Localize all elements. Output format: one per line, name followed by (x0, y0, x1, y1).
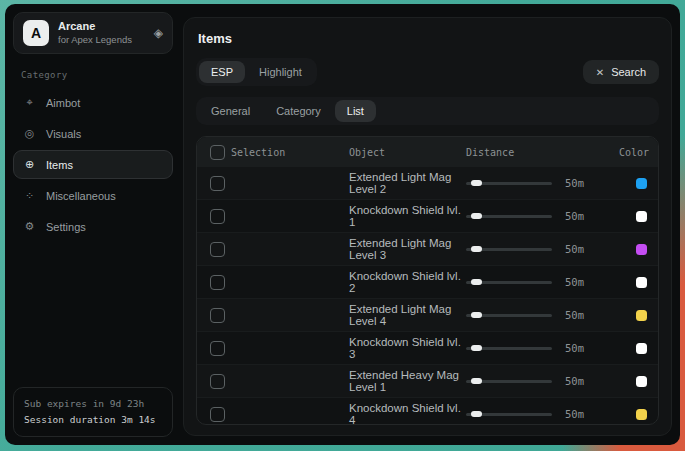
search-button-label: Search (611, 66, 646, 78)
distance-slider[interactable] (466, 413, 552, 416)
header-distance: Distance (466, 147, 618, 158)
table-row: Knockdown Shield lvl. 350m (197, 331, 658, 364)
row-checkbox[interactable] (210, 341, 225, 356)
subtab-general[interactable]: General (199, 100, 262, 122)
main-panel: Items ESPHighlight ✕ Search GeneralCateg… (183, 17, 672, 436)
category-label: Category (21, 70, 173, 80)
slider-thumb[interactable] (471, 345, 482, 351)
app-logo-card: A Arcane for Apex Legends ◈ (13, 12, 173, 54)
search-button[interactable]: ✕ Search (583, 60, 659, 84)
view-subtabs: GeneralCategoryList (196, 97, 659, 125)
page-title: Items (198, 31, 659, 46)
table-row: Extended Light Mag Level 350m (197, 232, 658, 265)
session-duration-text: Session duration 3m 14s (24, 412, 162, 428)
color-swatch[interactable] (636, 211, 647, 222)
slider-thumb[interactable] (471, 279, 482, 285)
select-all-checkbox[interactable] (210, 145, 225, 160)
slider-thumb[interactable] (471, 246, 482, 252)
sidebar-item-miscellaneous[interactable]: ⁘Miscellaneous (13, 181, 173, 210)
object-name: Extended Heavy Mag Level 1 (349, 369, 466, 393)
row-checkbox[interactable] (210, 209, 225, 224)
distance-slider[interactable] (466, 314, 552, 317)
tab-highlight[interactable]: Highlight (247, 61, 314, 83)
sidebar-item-aimbot[interactable]: ⌖Aimbot (13, 88, 173, 117)
distance-value: 50m (565, 309, 584, 321)
header-object: Object (349, 147, 466, 158)
row-checkbox[interactable] (210, 176, 225, 191)
subtab-category[interactable]: Category (264, 100, 333, 122)
table-header-row: Selection Object Distance Color (197, 137, 658, 167)
slider-thumb[interactable] (471, 213, 482, 219)
header-color: Color (618, 147, 658, 158)
app-name: Arcane (58, 20, 145, 34)
color-swatch[interactable] (636, 277, 647, 288)
distance-value: 50m (565, 177, 584, 189)
sidebar-item-label: Items (46, 159, 73, 171)
distance-value: 50m (565, 210, 584, 222)
distance-slider[interactable] (466, 380, 552, 383)
slider-thumb[interactable] (471, 180, 482, 186)
sidebar-item-label: Miscellaneous (46, 190, 116, 202)
object-name: Knockdown Shield lvl. 4 (349, 402, 466, 425)
crosshair-icon: ⌖ (23, 96, 36, 109)
sidebar-item-label: Aimbot (46, 97, 80, 109)
subtab-list[interactable]: List (335, 100, 376, 122)
sidebar-item-visuals[interactable]: ◎Visuals (13, 119, 173, 148)
color-swatch[interactable] (636, 244, 647, 255)
table-row: Extended Heavy Mag Level 150m (197, 364, 658, 397)
object-name: Knockdown Shield lvl. 2 (349, 270, 466, 294)
distance-value: 50m (565, 276, 584, 288)
row-checkbox[interactable] (210, 374, 225, 389)
distance-slider[interactable] (466, 248, 552, 251)
distance-slider[interactable] (466, 281, 552, 284)
object-name: Knockdown Shield lvl. 1 (349, 204, 466, 228)
search-icon: ✕ (596, 67, 604, 78)
table-row: Knockdown Shield lvl. 150m (197, 199, 658, 232)
row-checkbox[interactable] (210, 275, 225, 290)
slider-thumb[interactable] (471, 378, 482, 384)
visuals-icon: ◎ (23, 127, 36, 140)
app-window: A Arcane for Apex Legends ◈ Category ⌖Ai… (5, 4, 680, 445)
items-table: Selection Object Distance Color Extended… (196, 136, 659, 425)
distance-slider[interactable] (466, 182, 552, 185)
pin-icon[interactable]: ◈ (154, 26, 163, 40)
distance-value: 50m (565, 342, 584, 354)
row-checkbox[interactable] (210, 308, 225, 323)
distance-slider[interactable] (466, 347, 552, 350)
sidebar-item-settings[interactable]: ⚙Settings (13, 212, 173, 241)
table-row: Extended Light Mag Level 250m (197, 167, 658, 199)
color-swatch[interactable] (636, 343, 647, 354)
gear-icon: ⚙ (23, 220, 36, 233)
misc-icon: ⁘ (23, 189, 36, 202)
distance-slider[interactable] (466, 215, 552, 218)
object-name: Extended Light Mag Level 4 (349, 303, 466, 327)
app-logo: A (23, 20, 49, 46)
object-name: Knockdown Shield lvl. 3 (349, 336, 466, 360)
sidebar-nav: ⌖Aimbot◎Visuals⊕Items⁘Miscellaneous⚙Sett… (13, 88, 173, 241)
table-row: Knockdown Shield lvl. 450m (197, 397, 658, 425)
distance-value: 50m (565, 408, 584, 420)
distance-value: 50m (565, 375, 584, 387)
session-card: Sub expires in 9d 23h Session duration 3… (13, 387, 173, 437)
row-checkbox[interactable] (210, 242, 225, 257)
app-subtitle: for Apex Legends (58, 34, 145, 46)
sidebar-item-items[interactable]: ⊕Items (13, 150, 173, 179)
color-swatch[interactable] (636, 409, 647, 420)
row-checkbox[interactable] (210, 407, 225, 422)
header-selection: Selection (231, 147, 349, 158)
table-row: Knockdown Shield lvl. 250m (197, 265, 658, 298)
slider-thumb[interactable] (471, 411, 482, 417)
tab-esp[interactable]: ESP (199, 61, 245, 83)
color-swatch[interactable] (636, 376, 647, 387)
items-icon: ⊕ (23, 158, 36, 171)
object-name: Extended Light Mag Level 3 (349, 237, 466, 261)
slider-thumb[interactable] (471, 312, 482, 318)
toolbar: ESPHighlight ✕ Search (196, 58, 659, 86)
sidebar-item-label: Settings (46, 221, 86, 233)
table-row: Extended Light Mag Level 450m (197, 298, 658, 331)
sidebar: A Arcane for Apex Legends ◈ Category ⌖Ai… (5, 4, 181, 445)
sub-expires-text: Sub expires in 9d 23h (24, 396, 162, 412)
color-swatch[interactable] (636, 310, 647, 321)
table-body: Extended Light Mag Level 250mKnockdown S… (197, 167, 658, 425)
color-swatch[interactable] (636, 178, 647, 189)
